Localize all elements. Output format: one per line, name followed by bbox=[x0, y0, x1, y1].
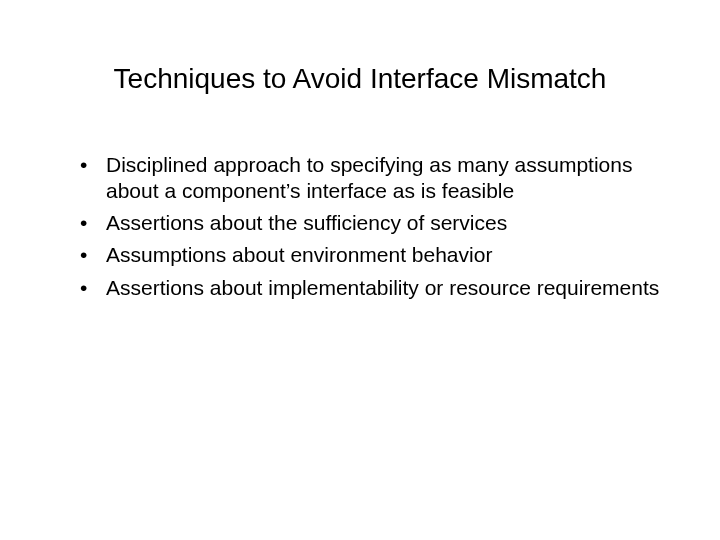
slide-title: Techniques to Avoid Interface Mismatch bbox=[60, 62, 660, 96]
list-item: Assumptions about environment behavior bbox=[74, 242, 660, 268]
list-item: Disciplined approach to specifying as ma… bbox=[74, 152, 660, 205]
slide-body: Disciplined approach to specifying as ma… bbox=[60, 152, 660, 301]
list-item: Assertions about implementability or res… bbox=[74, 275, 660, 301]
list-item: Assertions about the sufficiency of serv… bbox=[74, 210, 660, 236]
slide: Techniques to Avoid Interface Mismatch D… bbox=[0, 0, 720, 540]
bullet-list: Disciplined approach to specifying as ma… bbox=[74, 152, 660, 301]
